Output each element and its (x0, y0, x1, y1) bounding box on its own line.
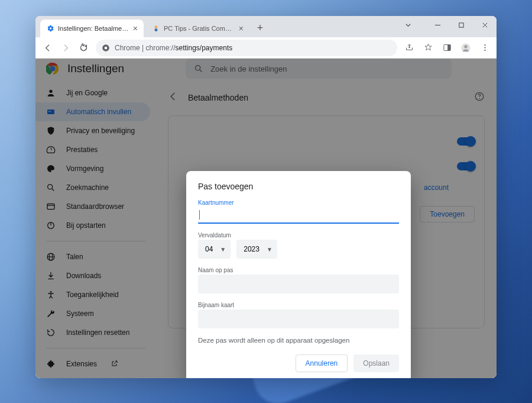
svg-point-11 (484, 47, 485, 48)
address-text: Chrome | chrome://settings/payments (115, 44, 232, 52)
tab-title: Instellingen: Betaalmethoden (58, 25, 129, 32)
minimize-button[interactable] (426, 16, 449, 34)
close-icon[interactable]: × (239, 24, 244, 33)
svg-point-10 (484, 44, 485, 46)
gear-icon (46, 24, 54, 33)
chevron-down-icon: ▼ (267, 246, 273, 253)
svg-rect-3 (459, 22, 463, 27)
toolbar: Chrome | chrome://settings/payments (35, 37, 497, 59)
svg-rect-1 (155, 29, 158, 31)
maximize-button[interactable] (449, 16, 473, 34)
tabs-dropdown-button[interactable] (396, 16, 420, 34)
dialog-note: Deze pas wordt alleen op dit apparaat op… (198, 337, 399, 344)
tab-title: PC Tips - Gratis Computer Tips, i (164, 25, 235, 32)
name-on-card-input[interactable] (198, 275, 399, 294)
window-controls (396, 16, 497, 34)
chevron-down-icon: ▼ (220, 246, 226, 253)
close-icon[interactable]: × (133, 24, 138, 33)
cancel-button[interactable]: Annuleren (296, 354, 348, 372)
svg-point-12 (484, 50, 485, 51)
svg-point-9 (464, 45, 467, 48)
expiry-label: Vervaldatum (198, 232, 399, 238)
bookmark-button[interactable] (420, 40, 436, 56)
title-bar: Instellingen: Betaalmethoden × PC Tips -… (35, 16, 497, 37)
card-number-input[interactable] (198, 207, 399, 224)
close-window-button[interactable] (473, 16, 497, 34)
card-number-label: Kaartnummer (198, 199, 399, 206)
menu-button[interactable] (476, 40, 493, 56)
site-icon (152, 24, 160, 33)
svg-rect-7 (447, 45, 450, 51)
sidepanel-button[interactable] (439, 40, 455, 56)
profile-button[interactable] (458, 40, 474, 56)
tab-pctips[interactable]: PC Tips - Gratis Computer Tips, i × (146, 20, 249, 37)
tab-settings[interactable]: Instellingen: Betaalmethoden × (40, 20, 144, 37)
card-nickname-input[interactable] (198, 309, 399, 328)
browser-window: Instellingen: Betaalmethoden × PC Tips -… (35, 16, 497, 378)
add-card-dialog: Pas toevoegen Kaartnummer Vervaldatum 04… (186, 171, 411, 378)
name-on-card-label: Naam op pas (198, 267, 399, 273)
forward-button[interactable] (57, 39, 74, 57)
dialog-title: Pas toevoegen (198, 182, 399, 191)
back-button[interactable] (39, 39, 57, 57)
svg-point-5 (105, 46, 108, 49)
expiry-year-select[interactable]: 2023 ▼ (236, 240, 277, 259)
reload-button[interactable] (74, 39, 92, 57)
expiry-month-select[interactable]: 04 ▼ (198, 240, 231, 259)
new-tab-button[interactable]: + (252, 20, 268, 36)
address-bar[interactable]: Chrome | chrome://settings/payments (96, 40, 397, 56)
chrome-icon (102, 44, 110, 52)
save-button[interactable]: Opslaan (353, 354, 399, 372)
card-nickname-label: Bijnaam kaart (198, 302, 399, 308)
svg-point-0 (155, 25, 158, 28)
share-button[interactable] (401, 40, 417, 56)
